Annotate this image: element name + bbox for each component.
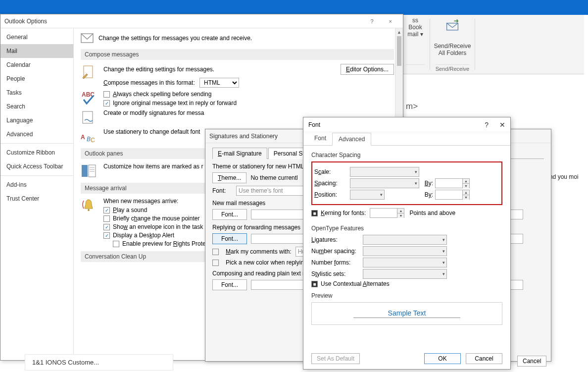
- svg-text:A: A: [81, 134, 85, 141]
- ribbon-partial: ss Bookmail ▾ Send/ReceiveAll Folders Se…: [401, 15, 584, 74]
- pencil-paper-icon: [81, 64, 97, 80]
- font-titlebar: Font ? ✕: [303, 117, 510, 132]
- ok-button[interactable]: OK: [424, 353, 461, 364]
- position-label: Position:: [314, 191, 350, 198]
- nav-addins[interactable]: Add-ins: [0, 178, 73, 192]
- preview-label: Preview: [311, 292, 502, 299]
- font-dialog: Font ? ✕ Font Advanced Character Spacing…: [303, 117, 511, 370]
- char-spacing-label: Character Spacing: [311, 152, 502, 159]
- spacing-by-label: By:: [421, 180, 433, 187]
- position-by-label: By:: [421, 191, 433, 198]
- signatures-label: Create or modify signatures for messa: [103, 109, 204, 116]
- nav-advanced[interactable]: Advanced: [0, 127, 73, 141]
- plain-font-button[interactable]: Font...: [212, 279, 247, 290]
- kerning-spinner[interactable]: ▲▼: [370, 208, 404, 218]
- new-mail-font-button[interactable]: Font...: [212, 209, 247, 220]
- send-receive-button[interactable]: Send/ReceiveAll Folders Send/Receive: [430, 15, 475, 74]
- cancel-button[interactable]: Cancel: [466, 353, 502, 364]
- opentype-label: OpenType Features: [311, 225, 502, 232]
- page-header: Change the settings for messages you cre…: [98, 35, 252, 42]
- nav-mail[interactable]: Mail: [0, 44, 73, 58]
- nav-language[interactable]: Language: [0, 113, 73, 127]
- options-nav: General Mail Calendar People Tasks Searc…: [0, 28, 74, 360]
- preview-text: Sample Text: [353, 309, 461, 318]
- check-spelling-label: Always check spelling before sending: [113, 91, 211, 98]
- no-theme-label: No theme currentl: [250, 174, 297, 181]
- signature-icon: [81, 109, 97, 125]
- ignore-original-label: Ignore original message text in reply or…: [113, 100, 237, 106]
- position-by-spinner[interactable]: ▲▼: [435, 190, 470, 200]
- nav-trust-center[interactable]: Trust Center: [0, 192, 73, 206]
- envelope-icon-label: Show an envelope icon in the task: [113, 223, 203, 230]
- nav-calendar[interactable]: Calendar: [0, 58, 73, 72]
- font-select[interactable]: [236, 186, 305, 196]
- background-cancel-button[interactable]: Cancel: [517, 356, 546, 367]
- num-forms-label: Number forms:: [311, 259, 363, 266]
- mail-list-item[interactable]: 1&1 IONOS Custome...: [25, 354, 173, 371]
- close-icon[interactable]: ✕: [499, 117, 505, 132]
- rights-preview-checkbox[interactable]: [113, 241, 119, 247]
- abc-check-icon: ABC: [81, 91, 97, 106]
- contextual-checkbox[interactable]: ■: [311, 281, 318, 287]
- rights-preview-label: Enable preview for Rights Prote: [122, 240, 206, 247]
- section-compose: Compose messages: [81, 49, 394, 60]
- window-titlebar: Outlook Options ? ×: [0, 14, 403, 28]
- fonts-icon: ABC: [81, 128, 97, 144]
- contextual-label: Use Contextual Alternates: [321, 280, 390, 287]
- nav-general[interactable]: General: [0, 30, 73, 44]
- kerning-checkbox[interactable]: ■: [311, 210, 318, 216]
- svg-text:C: C: [91, 137, 95, 144]
- nav-search[interactable]: Search: [0, 100, 73, 113]
- spacing-by-spinner[interactable]: ▲▼: [435, 178, 470, 188]
- change-pointer-checkbox[interactable]: [103, 215, 110, 222]
- nav-qat[interactable]: Quick Access Toolbar: [0, 159, 73, 173]
- tab-font[interactable]: Font: [308, 132, 332, 145]
- ignore-original-checkbox[interactable]: ✓: [103, 100, 110, 106]
- reply-font-button[interactable]: Font...: [212, 233, 247, 244]
- stationery-label: Use stationery to change default font: [103, 128, 200, 135]
- truncated-text: nd you moi: [549, 173, 579, 180]
- window-controls[interactable]: ? ×: [370, 14, 399, 28]
- nav-tasks[interactable]: Tasks: [0, 86, 73, 100]
- editor-options-button[interactable]: Editor Options...: [341, 64, 394, 75]
- points-label: Points and above: [409, 210, 455, 216]
- compose-format-select[interactable]: HTML: [199, 78, 239, 88]
- spacing-dropdown[interactable]: ▾: [350, 178, 419, 188]
- pick-color-label: Pick a new color when replying: [226, 259, 307, 266]
- stylistic-dropdown[interactable]: ▾: [363, 269, 447, 279]
- num-forms-dropdown[interactable]: ▾: [363, 258, 447, 267]
- font-label: Font:: [212, 187, 232, 194]
- compose-edit-label: Change the editing settings for messages…: [103, 66, 214, 73]
- num-spacing-dropdown[interactable]: ▾: [363, 246, 447, 256]
- tab-email-signature[interactable]: E-mail Signature: [212, 148, 267, 159]
- mark-comments-checkbox[interactable]: [212, 249, 219, 255]
- play-sound-checkbox[interactable]: ✓: [103, 207, 110, 213]
- ligatures-label: Ligatures:: [311, 236, 363, 243]
- panes-label: Customize how items are marked as r: [103, 163, 203, 170]
- spacing-label: Spacing:: [314, 180, 350, 187]
- envelope-icon: [81, 33, 94, 43]
- desktop-alert-label: Display a Desktop Alert: [113, 232, 174, 239]
- send-receive-icon: [445, 19, 459, 33]
- envelope-icon-checkbox[interactable]: ✓: [103, 224, 110, 230]
- pick-color-checkbox[interactable]: [212, 260, 219, 266]
- change-pointer-label: Briefly change the mouse pointer: [113, 215, 199, 222]
- num-spacing-label: Number spacing:: [311, 248, 363, 255]
- scale-dropdown[interactable]: ▾: [350, 167, 419, 177]
- nav-customize-ribbon[interactable]: Customize Ribbon: [0, 146, 73, 159]
- svg-rect-9: [89, 165, 96, 177]
- help-icon[interactable]: ?: [485, 117, 489, 132]
- highlighted-region: Scale: ▾ Spacing: ▾ By: ▲▼ Position: ▾ B…: [311, 161, 502, 205]
- scale-label: Scale:: [314, 168, 350, 175]
- set-default-button: Set As Default: [311, 353, 360, 364]
- position-dropdown[interactable]: ▾: [350, 190, 385, 200]
- panes-icon: [81, 163, 97, 179]
- theme-button[interactable]: Theme...: [212, 172, 246, 183]
- check-spelling-checkbox[interactable]: [103, 91, 110, 98]
- ligatures-dropdown[interactable]: ▾: [363, 235, 447, 245]
- nav-people[interactable]: People: [0, 72, 73, 86]
- svg-rect-8: [82, 165, 88, 177]
- stylistic-label: Stylistic sets:: [311, 270, 363, 277]
- desktop-alert-checkbox[interactable]: ✓: [103, 232, 110, 239]
- tab-advanced[interactable]: Advanced: [332, 133, 371, 146]
